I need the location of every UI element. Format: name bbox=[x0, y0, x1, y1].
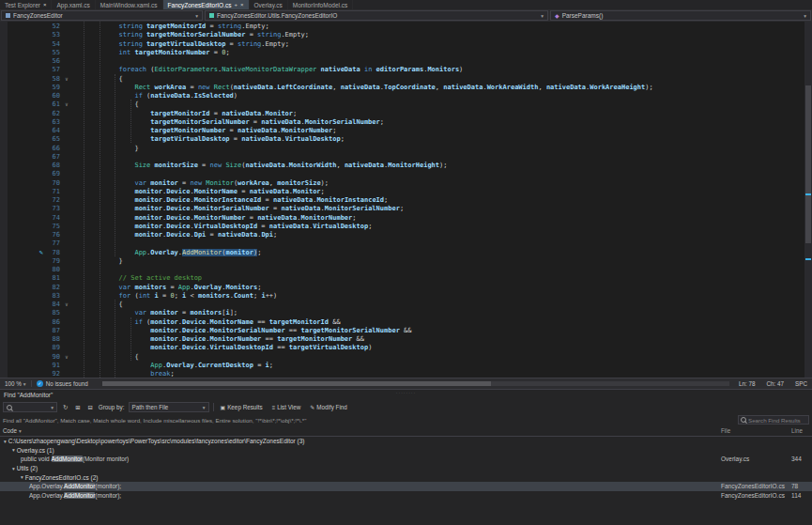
code-text: targetMonitorNumber = nativeData.Monitor… bbox=[71, 127, 804, 135]
code-editor[interactable]: 52 string targetMonitorId = string.Empty… bbox=[0, 22, 812, 378]
code-line-73[interactable]: 73 monitor.Device.MonitorSerialNumber = … bbox=[0, 205, 804, 213]
tab-test-explorer[interactable]: Test Explorer× bbox=[0, 0, 52, 9]
code-line-89[interactable]: 89 monitor.Device.VirtualDesktopId == ta… bbox=[0, 344, 804, 352]
code-line-71[interactable]: 71 monitor.Device.MonitorName = nativeDa… bbox=[0, 188, 804, 196]
code-line-67[interactable]: 67 bbox=[0, 153, 804, 162]
code-line-83[interactable]: 83 for (int i = 0; i < monitors.Count; i… bbox=[0, 292, 804, 301]
code-line-92[interactable]: 92 break; bbox=[0, 370, 804, 378]
find-result-row[interactable]: App.Overlay.AddMonitor(monitor);FancyZon… bbox=[0, 491, 812, 501]
expander-icon[interactable]: ▾ bbox=[21, 474, 23, 480]
code-line-70[interactable]: 70 var monitor = new Monitor(workArea, m… bbox=[0, 179, 804, 188]
line-number: 91 bbox=[45, 362, 62, 370]
find-group-row[interactable]: ▾C:\Users\zhaopengwang\Desktop\powertoys… bbox=[0, 437, 812, 446]
type-navigator[interactable]: FancyZonesEditor.Utils.FancyZonesEditorI… bbox=[205, 10, 548, 21]
zoom-control[interactable]: 100 % ▾ bbox=[0, 380, 32, 387]
search-results-input[interactable] bbox=[748, 417, 806, 424]
code-line-64[interactable]: 64 targetMonitorNumber = nativeData.Moni… bbox=[0, 127, 804, 135]
tab-app-xaml-cs[interactable]: App.xaml.cs bbox=[52, 0, 95, 9]
fold-margin bbox=[62, 49, 71, 57]
line-column-header[interactable]: Line bbox=[791, 427, 803, 434]
find-result-row[interactable]: public void AddMonitor(Monitor monitor)O… bbox=[0, 455, 812, 464]
code-filter-dropdown[interactable]: Code ▾ bbox=[3, 427, 22, 434]
modify-find-button[interactable]: ✎ Modify Find bbox=[307, 402, 350, 413]
file-column-header[interactable]: File bbox=[721, 427, 730, 434]
code-line-65[interactable]: 65 targetVirtualDesktop = nativeData.Vir… bbox=[0, 135, 804, 144]
code-line-91[interactable]: 91 App.Overlay.CurrentDesktop = i; bbox=[0, 362, 804, 370]
code-line-68[interactable]: 68 Size monitorSize = new Size(nativeDat… bbox=[0, 162, 804, 170]
code-line-62[interactable]: 62 targetMonitorId = nativeData.Monitor; bbox=[0, 110, 804, 118]
code-line-66[interactable]: 66 } bbox=[0, 145, 804, 153]
code-line-63[interactable]: 63 targetMonitorSerialNumber = nativeDat… bbox=[0, 118, 804, 127]
expander-icon[interactable]: ▾ bbox=[12, 447, 15, 453]
code-line-77[interactable]: 77 bbox=[0, 239, 804, 248]
expander-icon[interactable]: ▾ bbox=[4, 439, 7, 444]
code-line-80[interactable]: 80 bbox=[0, 266, 804, 274]
project-selector[interactable]: FancyZonesEditor ▾ bbox=[1, 10, 203, 21]
tab-fancyzoneseditorio-cs[interactable]: FancyZonesEditorIO.cs+× bbox=[163, 0, 250, 9]
code-line-72[interactable]: 72 monitor.Device.MonitorInstanceId = na… bbox=[0, 196, 804, 205]
code-line-74[interactable]: 74 monitor.Device.MonitorNumber = native… bbox=[0, 214, 804, 223]
close-icon[interactable]: × bbox=[43, 2, 47, 8]
code-area[interactable]: 52 string targetMonitorId = string.Empty… bbox=[0, 23, 804, 378]
chevron-down-icon[interactable]: ▾ bbox=[51, 405, 54, 410]
code-line-61[interactable]: 61∨ { bbox=[0, 100, 804, 109]
result-file: Overlay.cs bbox=[721, 456, 749, 462]
keep-results-button[interactable]: ▣ Keep Results bbox=[218, 402, 266, 413]
code-line-76[interactable]: 76 monitor.Device.Dpi = nativeData.Dpi; bbox=[0, 231, 804, 239]
find-group-row[interactable]: ▾FancyZonesEditorIO.cs (2) bbox=[0, 472, 812, 482]
code-line-52[interactable]: 52 string targetMonitorId = string.Empty… bbox=[0, 23, 804, 31]
code-line-55[interactable]: 55 int targetMonitorNumber = 0; bbox=[0, 49, 804, 57]
code-line-60[interactable]: 60 if (nativeData.IsSelected) bbox=[0, 92, 804, 100]
expander-icon[interactable]: ▾ bbox=[12, 466, 15, 471]
code-line-87[interactable]: 87 monitor.Device.MonitorSerialNumber ==… bbox=[0, 327, 804, 335]
tab-overlay-cs[interactable]: Overlay.cs bbox=[250, 0, 288, 9]
chevron-down-icon[interactable]: ▾ bbox=[203, 405, 206, 410]
code-line-69[interactable]: 69 bbox=[0, 170, 804, 178]
tab-mainwindow-xaml-cs[interactable]: MainWindow.xaml.cs bbox=[96, 0, 163, 9]
code-line-81[interactable]: 81 // Set active desktop bbox=[0, 274, 804, 283]
panel-drag-handle[interactable]: ········ bbox=[396, 390, 416, 395]
fold-chevron-icon[interactable]: ∨ bbox=[62, 75, 71, 84]
document-health-indicator[interactable]: ✓ No issues found bbox=[32, 380, 93, 387]
fold-chevron-icon[interactable]: ∨ bbox=[62, 301, 71, 309]
refresh-button[interactable]: ↻ bbox=[61, 404, 69, 410]
code-line-78[interactable]: ✎78 App.Overlay.AddMonitor(monitor); bbox=[0, 249, 804, 257]
fold-chevron-icon[interactable]: ∨ bbox=[62, 353, 71, 362]
collapse-all-button[interactable]: ⊟ bbox=[86, 404, 95, 410]
chevron-down-icon[interactable]: ▾ bbox=[804, 13, 806, 19]
code-line-82[interactable]: 82 var monitors = App.Overlay.Monitors; bbox=[0, 284, 804, 292]
chevron-down-icon[interactable]: ▾ bbox=[195, 13, 198, 19]
code-line-86[interactable]: 86 if (monitor.Device.MonitorName == tar… bbox=[0, 318, 804, 327]
group-by-dropdown[interactable]: Path then File ▾ bbox=[129, 402, 209, 412]
code-line-85[interactable]: 85 var monitor = monitors[i]; bbox=[0, 309, 804, 317]
code-line-79[interactable]: 79 } bbox=[0, 257, 804, 266]
code-line-88[interactable]: 88 monitor.Device.MonitorNumber == targe… bbox=[0, 335, 804, 344]
code-line-56[interactable]: 56 bbox=[0, 57, 804, 66]
find-group-row[interactable]: ▾Overlay.cs (1) bbox=[0, 446, 812, 456]
search-results-filter[interactable] bbox=[738, 415, 809, 425]
close-icon[interactable]: × bbox=[240, 2, 244, 8]
code-line-75[interactable]: 75 monitor.Device.VirtualDesktopId = nat… bbox=[0, 223, 804, 231]
chevron-down-icon[interactable]: ▾ bbox=[541, 13, 544, 19]
search-term-combo[interactable]: ▾ bbox=[3, 402, 57, 412]
code-line-54[interactable]: 54 string targetVirtualDesktop = string.… bbox=[0, 40, 804, 49]
code-line-53[interactable]: 53 string targetMonitorSerialNumber = st… bbox=[0, 31, 804, 39]
code-line-90[interactable]: 90∨ { bbox=[0, 353, 804, 362]
find-group-row[interactable]: ▾Utils (2) bbox=[0, 464, 812, 473]
fold-chevron-icon[interactable]: ∨ bbox=[62, 100, 71, 109]
code-line-59[interactable]: 59 Rect workArea = new Rect(nativeData.L… bbox=[0, 84, 804, 92]
list-view-button[interactable]: ≡ List View bbox=[269, 402, 304, 413]
scrollbar-thumb[interactable] bbox=[805, 85, 811, 243]
code-line-58[interactable]: 58∨ { bbox=[0, 75, 804, 84]
editor-vertical-scrollbar[interactable] bbox=[804, 22, 812, 378]
horizontal-scrollbar[interactable] bbox=[102, 381, 729, 386]
expand-all-button[interactable]: ⊞ bbox=[73, 404, 82, 410]
code-line-57[interactable]: 57 foreach (EditorParameters.NativeMonit… bbox=[0, 66, 804, 74]
member-navigator[interactable]: ◆ ParseParams() ▾ bbox=[550, 10, 811, 21]
tab-monitorinfomodel-cs[interactable]: MonitorInfoModel.cs bbox=[288, 0, 354, 9]
code-line-84[interactable]: 84∨ { bbox=[0, 301, 804, 309]
pin-icon[interactable]: + bbox=[234, 2, 237, 8]
scrollbar-thumb[interactable] bbox=[102, 381, 491, 386]
code-text: if (monitor.Device.MonitorName == target… bbox=[71, 318, 804, 327]
find-result-row[interactable]: App.Overlay.AddMonitor(monitor);FancyZon… bbox=[0, 482, 812, 491]
